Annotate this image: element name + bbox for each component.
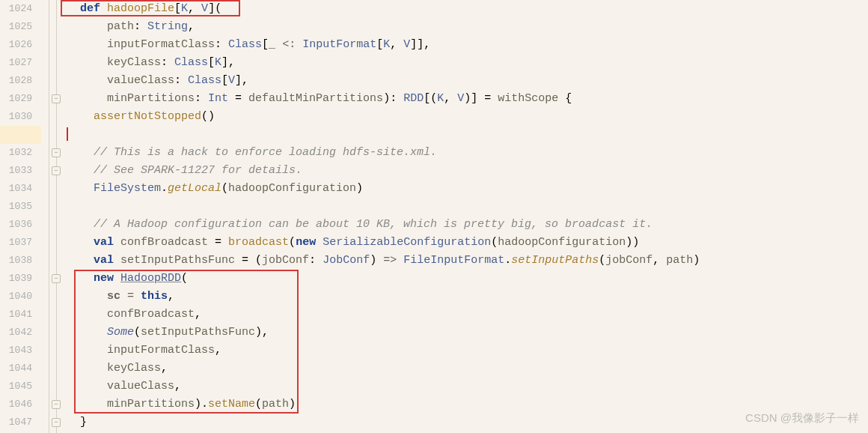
fold-guide-line <box>56 0 57 433</box>
code-line[interactable]: minPartitions).setName(path) <box>67 396 868 414</box>
line-number: 1030 <box>0 108 32 126</box>
fold-marker-icon[interactable]: − <box>52 94 61 103</box>
code-line[interactable]: new HadoopRDD( <box>67 270 868 288</box>
code-line[interactable]: confBroadcast, <box>67 306 868 324</box>
code-line[interactable]: val confBroadcast = broadcast(new Serial… <box>67 234 868 252</box>
code-area[interactable]: def hadoopFile[K, V]( path: String, inpu… <box>64 0 868 433</box>
line-number-gutter: 1024 1025 1026 1027 1028 1029 1030 1031 … <box>0 0 41 433</box>
code-line[interactable]: minPartitions: Int = defaultMinPartition… <box>67 90 868 108</box>
code-line[interactable]: keyClass: Class[K], <box>67 54 868 72</box>
text-cursor <box>67 127 68 141</box>
line-number: 1035 <box>0 198 32 216</box>
fold-marker-icon[interactable]: − <box>52 274 61 283</box>
line-number: 1024 <box>0 0 32 18</box>
code-line[interactable]: keyClass, <box>67 360 868 378</box>
code-line[interactable] <box>67 126 868 144</box>
line-number: 1027 <box>0 54 32 72</box>
line-number: 1040 <box>0 288 32 306</box>
fold-marker-icon[interactable]: − <box>52 148 61 157</box>
fold-marker-icon[interactable]: − <box>52 166 61 175</box>
code-line[interactable]: inputFormatClass: Class[_ <: InputFormat… <box>67 36 868 54</box>
code-line[interactable] <box>67 198 868 216</box>
line-number: 1038 <box>0 252 32 270</box>
code-line[interactable]: val setInputPathsFunc = (jobConf: JobCon… <box>67 252 868 270</box>
line-number: 1047 <box>0 414 32 432</box>
code-line[interactable]: FileSystem.getLocal(hadoopConfiguration) <box>67 180 868 198</box>
code-line[interactable]: assertNotStopped() <box>67 108 868 126</box>
code-line[interactable]: valueClass, <box>67 378 868 396</box>
code-line[interactable]: inputFormatClass, <box>67 342 868 360</box>
line-number: 1039 <box>0 270 32 288</box>
code-line[interactable]: Some(setInputPathsFunc), <box>67 324 868 342</box>
line-number: 1046 <box>0 396 32 414</box>
code-line[interactable]: } <box>67 414 868 432</box>
line-number: 1037 <box>0 234 32 252</box>
line-number: 1036 <box>0 216 32 234</box>
line-number: 1033 <box>0 162 32 180</box>
line-number: 1043 <box>0 342 32 360</box>
line-number: 1029 <box>0 90 32 108</box>
line-number: 1042 <box>0 324 32 342</box>
line-number: 1032 <box>0 144 32 162</box>
line-number: 1041 <box>0 306 32 324</box>
line-number: 1026 <box>0 36 32 54</box>
code-line[interactable]: sc = this, <box>67 288 868 306</box>
code-line[interactable]: // See SPARK-11227 for details. <box>67 162 868 180</box>
code-line[interactable]: // This is a hack to enforce loading hdf… <box>67 144 868 162</box>
fold-guide-line <box>49 0 49 433</box>
code-line[interactable]: valueClass: Class[V], <box>67 72 868 90</box>
line-number: 1045 <box>0 378 32 396</box>
fold-column: − − − − − − <box>41 0 64 433</box>
line-number: 1025 <box>0 18 32 36</box>
fold-marker-icon[interactable]: − <box>52 418 61 427</box>
line-number: 1044 <box>0 360 32 378</box>
code-line[interactable]: path: String, <box>67 18 868 36</box>
code-editor[interactable]: 1024 1025 1026 1027 1028 1029 1030 1031 … <box>0 0 868 433</box>
code-line[interactable]: // A Hadoop configuration can be about 1… <box>67 216 868 234</box>
line-number: 1034 <box>0 180 32 198</box>
fold-marker-icon[interactable]: − <box>52 400 61 409</box>
code-line[interactable]: def hadoopFile[K, V]( <box>67 0 868 18</box>
line-number: 1028 <box>0 72 32 90</box>
